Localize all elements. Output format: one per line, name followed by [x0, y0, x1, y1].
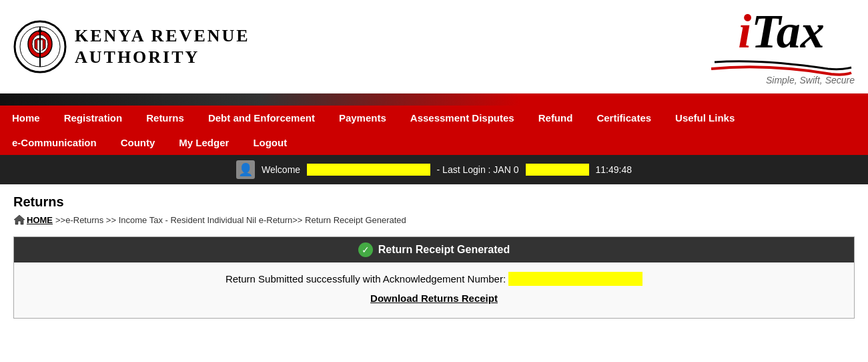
page-title: Returns [13, 194, 855, 210]
ack-number-highlight [508, 272, 642, 286]
nav-registration[interactable]: Registration [52, 106, 135, 130]
login-time: 11:49:48 [596, 164, 632, 175]
nav-ledger[interactable]: My Ledger [167, 130, 241, 155]
kra-name-text: Kenya Revenue Authority [75, 25, 250, 67]
nav-assessment[interactable]: Assessment Disputes [398, 106, 526, 130]
kra-emblem-icon [13, 20, 67, 73]
nav-returns[interactable]: Returns [134, 106, 196, 130]
itax-logo: iTax Simple, Swift, Secure [708, 7, 855, 86]
user-avatar-icon: 👤 [236, 160, 255, 179]
nav-home[interactable]: Home [0, 106, 52, 130]
kra-name-line1: Kenya Revenue [75, 26, 250, 45]
kra-logo: Kenya Revenue Authority [13, 20, 250, 73]
itax-tax: Tax [751, 5, 824, 58]
breadcrumb-home-text: HOME [27, 215, 53, 225]
login-date-highlight [526, 164, 589, 176]
itax-i: i [738, 5, 751, 58]
nav-refund[interactable]: Refund [526, 106, 585, 130]
nav-ecomm[interactable]: e-Communication [0, 130, 109, 155]
result-header: ✓ Return Receipt Generated [14, 237, 854, 262]
breadcrumb-home[interactable]: HOME [13, 214, 53, 226]
home-icon [13, 214, 25, 226]
download-receipt-link[interactable]: Download Returns Receipt [370, 293, 498, 304]
nav-row-2: e-Communication County My Ledger Logout [0, 130, 868, 155]
welcome-bar: 👤 Welcome - Last Login : JAN 0 11:49:48 [0, 155, 868, 184]
result-box: ✓ Return Receipt Generated Return Submit… [13, 236, 855, 319]
nav-debt[interactable]: Debt and Enforcement [196, 106, 327, 130]
welcome-prefix: Welcome [262, 164, 300, 175]
welcome-username [307, 164, 430, 176]
nav-row-1: Home Registration Returns Debt and Enfor… [0, 106, 868, 130]
main-content: Returns HOME >>e-Returns >> Income Tax -… [0, 184, 868, 329]
result-title: Return Receipt Generated [378, 244, 510, 256]
ack-line: Return Submitted successfully with Ackno… [27, 273, 841, 285]
svg-marker-5 [38, 27, 42, 32]
nav-useful-links[interactable]: Useful Links [663, 106, 747, 130]
breadcrumb: HOME >>e-Returns >> Income Tax - Residen… [13, 214, 855, 226]
nav-county[interactable]: County [109, 130, 167, 155]
nav-logout[interactable]: Logout [241, 130, 299, 155]
ack-text: Return Submitted successfully with Ackno… [226, 273, 506, 285]
check-circle-icon: ✓ [358, 242, 373, 257]
nav-payments[interactable]: Payments [327, 106, 398, 130]
kra-name-line2: Authority [75, 47, 199, 67]
breadcrumb-path: >>e-Returns >> Income Tax - Resident Ind… [55, 215, 406, 225]
last-login-text: - Last Login : JAN 0 [437, 164, 519, 175]
deco-bar [0, 94, 868, 106]
page-header: Kenya Revenue Authority iTax Simple, Swi… [0, 0, 868, 94]
nav-certificates[interactable]: Certificates [584, 106, 663, 130]
navigation: Home Registration Returns Debt and Enfor… [0, 106, 868, 155]
